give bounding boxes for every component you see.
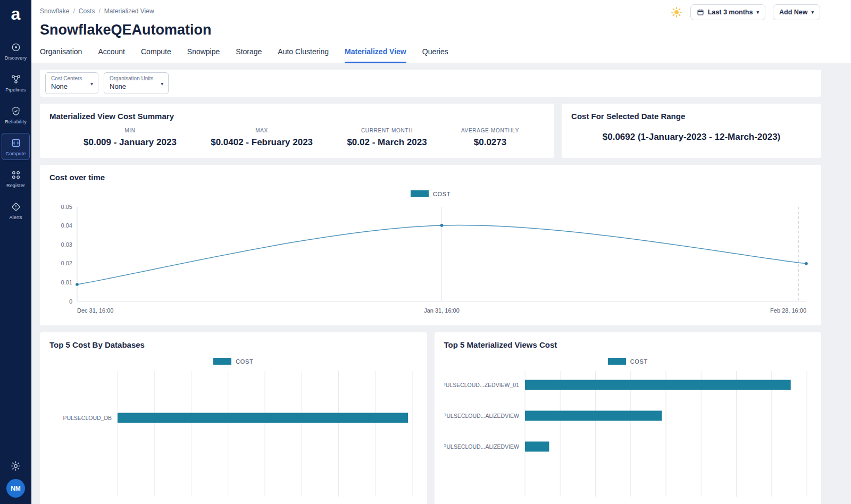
stat-min-value: $0.009 - January 2023 <box>84 137 177 148</box>
svg-text:0.03: 0.03 <box>61 241 72 248</box>
organisation-units-filter-label: Organisation Units <box>110 75 153 81</box>
breadcrumb-separator: / <box>73 7 74 15</box>
legend-label: COST <box>236 358 253 365</box>
legend-swatch <box>213 358 231 365</box>
breadcrumb-item-costs[interactable]: Costs <box>79 7 95 15</box>
app-root: a DiscoveryPipelinesReliabilityComputeRe… <box>0 0 851 504</box>
date-range-cost-value: $0.0692 (1-January-2023 - 12-March-2023) <box>571 132 812 142</box>
svg-text:Dec 31, 16:00: Dec 31, 16:00 <box>77 307 114 314</box>
reliability-icon <box>11 106 21 116</box>
top5-databases-legend: COST <box>49 358 418 365</box>
tab-materialized-view[interactable]: Materialized View <box>345 47 406 63</box>
stat-average-monthly-value: $0.0273 <box>461 137 519 148</box>
svg-text:PULSECLOUD...ALIZEDVIEW: PULSECLOUD...ALIZEDVIEW <box>444 413 519 419</box>
sidebar-item-label: Register <box>6 183 25 188</box>
app-logo: a <box>11 5 21 22</box>
legend-swatch <box>608 358 626 365</box>
organisation-units-filter[interactable]: Organisation Units None ▾ <box>104 72 169 94</box>
calendar-icon <box>697 9 704 16</box>
stat-average-monthly: AVERAGE MONTHLY $0.0273 <box>461 128 519 148</box>
tab-account[interactable]: Account <box>98 47 125 63</box>
svg-text:PULSECLOUD...ALIZEDVIEW: PULSECLOUD...ALIZEDVIEW <box>444 443 519 450</box>
legend-swatch <box>411 190 429 197</box>
sidebar-nav: DiscoveryPipelinesReliabilityComputeRegi… <box>0 37 31 224</box>
chevron-down-icon: ▾ <box>90 80 93 86</box>
stat-current-month: CURRENT MONTH $0.02 - March 2023 <box>347 128 427 148</box>
tab-queries[interactable]: Queries <box>422 47 448 63</box>
date-range-cost-card: Cost For Selected Date Range $0.0692 (1-… <box>562 104 821 158</box>
chevron-down-icon: ▾ <box>756 10 759 15</box>
sidebar-item-alerts[interactable]: Alerts <box>2 197 30 224</box>
cost-centers-filter-label: Cost Centers <box>51 75 83 81</box>
stat-min-label: MIN <box>84 128 177 133</box>
organisation-units-filter-value: None <box>110 82 153 90</box>
breadcrumb-item-snowflake[interactable]: Snowflake <box>40 7 69 15</box>
sidebar-item-label: Reliability <box>5 119 27 124</box>
sidebar-bottom: NM <box>6 460 25 498</box>
sidebar-item-label: Alerts <box>9 215 22 220</box>
svg-text:0.01: 0.01 <box>61 279 72 285</box>
stat-max: MAX $0.0402 - February 2023 <box>211 128 313 148</box>
top5-databases-chart[interactable]: PULSECLOUD_DB <box>49 369 418 497</box>
svg-text:0.05: 0.05 <box>61 204 72 210</box>
breadcrumb-separator: / <box>98 7 100 15</box>
tab-auto-clustering[interactable]: Auto Clustering <box>278 47 329 63</box>
date-range-dropdown[interactable]: Last 3 months ▾ <box>690 4 765 20</box>
cost-over-time-chart[interactable]: 00.010.020.030.040.05Dec 31, 16:00Jan 31… <box>49 201 812 317</box>
avatar[interactable]: NM <box>6 479 25 498</box>
summary-row: Materialized View Cost Summary MIN $0.00… <box>40 104 821 158</box>
add-new-label: Add New <box>779 9 807 16</box>
tab-snowpipe[interactable]: Snowpipe <box>187 47 220 63</box>
svg-text:Jan 31, 16:00: Jan 31, 16:00 <box>424 307 460 314</box>
add-new-button[interactable]: Add New ▾ <box>773 4 820 20</box>
compute-icon <box>11 138 21 148</box>
stat-current-month-value: $0.02 - March 2023 <box>347 137 427 148</box>
top5-materialized-views-title: Top 5 Materialized Views Cost <box>444 340 812 349</box>
bottom-charts-row: Top 5 Cost By Databases COST PULSECLOUD_… <box>40 332 821 504</box>
svg-text:0.02: 0.02 <box>61 260 72 266</box>
cost-summary-card: Materialized View Cost Summary MIN $0.00… <box>40 104 554 158</box>
svg-text:Feb 28, 16:00: Feb 28, 16:00 <box>770 307 806 314</box>
date-range-label: Last 3 months <box>708 9 753 16</box>
sidebar-item-pipelines[interactable]: Pipelines <box>2 69 30 96</box>
chevron-down-icon: ▾ <box>161 80 163 86</box>
cost-centers-filter[interactable]: Cost Centers None ▾ <box>45 72 98 94</box>
theme-sun-icon[interactable] <box>670 6 683 19</box>
chevron-down-icon: ▾ <box>811 10 814 15</box>
top5-materialized-views-card: Top 5 Materialized Views Cost COST PULSE… <box>435 332 822 504</box>
register-icon <box>11 170 21 180</box>
tab-bar: OrganisationAccountComputeSnowpipeStorag… <box>40 47 819 63</box>
content: Cost Centers None ▾ Organisation Units N… <box>31 63 851 504</box>
sidebar-item-label: Compute <box>6 151 26 156</box>
breadcrumb-item-materialized-view[interactable]: Materialized View <box>104 7 154 15</box>
settings-gear-icon[interactable] <box>10 460 21 472</box>
stat-current-month-label: CURRENT MONTH <box>347 128 427 133</box>
cost-summary-stats: MIN $0.009 - January 2023 MAX $0.0402 - … <box>49 121 545 150</box>
sidebar-item-discovery[interactable]: Discovery <box>2 37 30 64</box>
tab-organisation[interactable]: Organisation <box>40 47 82 63</box>
sidebar-item-label: Discovery <box>5 55 27 61</box>
top5-databases-card: Top 5 Cost By Databases COST PULSECLOUD_… <box>40 332 427 504</box>
svg-text:PULSECLOUD_DB: PULSECLOUD_DB <box>63 415 112 421</box>
top5-materialized-views-chart[interactable]: PULSECLOUD...ZEDVIEW_01PULSECLOUD...ALIZ… <box>444 369 812 497</box>
legend-label: COST <box>433 191 450 197</box>
topbar: Snowflake / Costs / Materialized View La… <box>31 0 851 63</box>
legend-label: COST <box>630 358 648 365</box>
stat-max-value: $0.0402 - February 2023 <box>211 137 313 148</box>
tab-compute[interactable]: Compute <box>141 47 171 63</box>
sidebar-item-reliability[interactable]: Reliability <box>2 101 30 128</box>
sidebar: a DiscoveryPipelinesReliabilityComputeRe… <box>0 0 31 504</box>
svg-text:PULSECLOUD...ZEDVIEW_01: PULSECLOUD...ZEDVIEW_01 <box>444 382 519 388</box>
svg-text:0: 0 <box>69 298 72 305</box>
top5-databases-title: Top 5 Cost By Databases <box>49 340 418 349</box>
sidebar-item-register[interactable]: Register <box>2 165 30 192</box>
sidebar-item-label: Pipelines <box>5 87 26 93</box>
top-actions: Last 3 months ▾ Add New ▾ <box>670 4 820 20</box>
tab-storage[interactable]: Storage <box>236 47 262 63</box>
cost-summary-title: Materialized View Cost Summary <box>49 112 545 121</box>
stat-average-monthly-label: AVERAGE MONTHLY <box>461 128 519 133</box>
date-range-cost-title: Cost For Selected Date Range <box>571 112 812 121</box>
discovery-icon <box>11 42 21 53</box>
top5-materialized-views-legend: COST <box>444 358 812 365</box>
sidebar-item-compute[interactable]: Compute <box>2 133 30 160</box>
